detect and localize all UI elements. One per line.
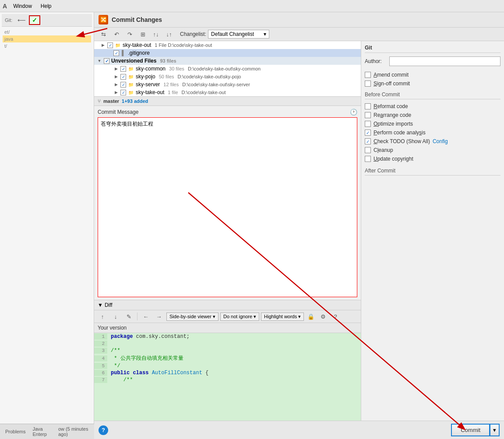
diff-next-btn[interactable]: → (153, 312, 165, 321)
line-num-5: 5 (94, 363, 107, 369)
checkbox-update-copyright[interactable] (365, 156, 371, 162)
merge-btn[interactable]: ⊞ (137, 29, 148, 39)
viewer-dropdown[interactable]: Side-by-side viewer ▾ (166, 313, 219, 321)
code-line-6: 6 public class AutoFillConstant { (94, 369, 361, 376)
path-sky-pojo: D:\code\sky-take-out\sky-pojo (178, 74, 241, 79)
diff-edit-btn[interactable]: ✎ (123, 312, 134, 321)
code-content-3: /** (107, 348, 120, 354)
checkbox-rearrange[interactable] (365, 112, 371, 118)
checkbox-sky-server[interactable] (120, 82, 126, 88)
changelist-label: Changelist: (180, 31, 206, 37)
after-commit-label: After Commit (365, 168, 500, 176)
path-item-2: java (3, 35, 91, 42)
menu-window[interactable]: Window (11, 2, 35, 10)
help-button[interactable]: ? (99, 425, 108, 435)
collapse-arrow-sky-server[interactable]: ▶ (113, 82, 119, 87)
app-small-icon: A (3, 3, 7, 10)
highlight-dropdown[interactable]: Highlight words ▾ (261, 313, 304, 321)
file-item-gitignore[interactable]: ▌ .gitignore (94, 49, 361, 57)
checkbox-sky-take-out-child[interactable] (120, 90, 126, 95)
git-label: Git: (3, 17, 14, 24)
before-commit-label: Before Commit (365, 91, 500, 99)
file-item-sky-common[interactable]: ▶ 📁 sky-common 30 files D:\code\sky-take… (94, 65, 361, 73)
file-item-unversioned[interactable]: ▼ Unversioned Files 93 files (94, 57, 361, 65)
checkbox-perform[interactable] (365, 130, 371, 136)
left-panel-content: et/ java t/ (2, 27, 92, 51)
diff-help-btn[interactable]: ? (330, 312, 341, 321)
code-content-1: package com.sky.constant; (107, 334, 190, 340)
option-text-update-copyright: Update copyright (374, 156, 413, 162)
bottom-bar: Problems Java Enterp ow (5 minutes ago) (0, 424, 94, 439)
problems-tab[interactable]: Problems (4, 428, 27, 435)
help-icon: ? (102, 427, 105, 433)
collapse-arrow-sky-common[interactable]: ▶ (113, 66, 119, 71)
checkbox-gitignore[interactable] (113, 50, 119, 56)
settings-btn[interactable]: ⚙ (318, 312, 328, 321)
checkbox-reformat[interactable] (365, 103, 371, 109)
collapse-arrow-1[interactable]: ▶ (100, 42, 106, 48)
line-num-6: 6 (94, 370, 107, 376)
java-tab[interactable]: Java Enterp (31, 425, 54, 438)
code-line-4: 4 * 公共字段自动填充相关常量 (94, 354, 361, 362)
checkbox-sky-pojo[interactable] (120, 74, 126, 80)
clock-icon[interactable]: 🕐 (350, 109, 357, 116)
file-item-sky-take-out-root[interactable]: ▶ 📁 sky-take-out 1 File D:\code\sky-take… (94, 41, 361, 49)
checkbox-sky-take-out-root[interactable] (107, 42, 113, 48)
update-btn[interactable]: ⟵ (16, 15, 27, 25)
commit-dropdown-button[interactable]: ▾ (490, 424, 500, 436)
redo-btn[interactable]: ↷ (124, 29, 135, 39)
line-num-4: 4 (94, 355, 107, 362)
expand-btn[interactable]: ↑↓ (150, 29, 162, 39)
commit-message-label: Commit Message (98, 109, 138, 115)
checkbox-sky-common[interactable] (120, 66, 126, 72)
undo-btn[interactable]: ↶ (111, 29, 122, 39)
file-item-sky-take-out-child[interactable]: ▶ 📁 sky-take-out 1 file D:\code\sky-take… (94, 88, 361, 96)
commit-message-textarea[interactable]: 苍穹外卖项目初始工程 (98, 117, 357, 297)
diff-down-btn[interactable]: ↓ (110, 312, 121, 321)
path-item-1: et/ (3, 28, 91, 35)
file-name-sky-common: sky-common (136, 66, 166, 72)
lock-btn[interactable]: 🔒 (306, 312, 316, 321)
checkbox-optimize[interactable] (365, 121, 371, 127)
option-update-copyright: Update copyright (365, 155, 500, 163)
dialog-body: ▶ 📁 sky-take-out 1 File D:\code\sky-take… (94, 41, 504, 421)
path-sky-common: D:\code\sky-take-out\sky-common (188, 66, 261, 71)
file-item-sky-server[interactable]: ▶ 📁 sky-server 12 files D:\code\sky-take… (94, 81, 361, 88)
diff-header[interactable]: ▼ Diff (94, 300, 361, 310)
sep-1 (137, 313, 137, 320)
main-content: Git: ⟵ ✓ et/ java t/ Problems Java Enter… (0, 12, 504, 439)
collapse-arrow-unversioned[interactable]: ▼ (97, 58, 102, 63)
code-content-7: /** (107, 377, 133, 383)
author-input[interactable] (389, 56, 500, 66)
collapse-arrow-sky-take-out-child[interactable]: ▶ (113, 90, 119, 95)
changelist-value: Default Changelist (211, 31, 254, 37)
collapse-arrow-sky-pojo[interactable]: ▶ (113, 74, 119, 79)
ignore-dropdown[interactable]: Do not ignore ▾ (220, 313, 259, 321)
file-name-sky-pojo: sky-pojo (136, 74, 155, 80)
checkbox-signoff[interactable] (365, 81, 371, 87)
diff-up-btn[interactable]: ↑ (97, 312, 108, 321)
diff-prev-btn[interactable]: ← (140, 312, 152, 321)
menu-left: A Window Help (3, 2, 54, 10)
commit-button[interactable]: Commit (451, 424, 490, 436)
config-link[interactable]: Config (433, 138, 448, 144)
code-content-5: */ (107, 363, 120, 369)
file-item-sky-pojo[interactable]: ▶ 📁 sky-pojo 50 files D:\code\sky-take-o… (94, 73, 361, 81)
folder-icon-1: 📁 (115, 42, 121, 48)
file-name-sky-take-out-child: sky-take-out (136, 89, 164, 95)
checkbox-amend[interactable] (365, 72, 371, 78)
ignore-arrow-icon: ▾ (254, 314, 256, 320)
path-item-3: t/ (3, 42, 91, 49)
path-sky-server: D:\code\sky-take-out\sky-server (182, 82, 250, 87)
changelist-dropdown[interactable]: Default Changelist ▾ (208, 30, 269, 39)
collapse-btn[interactable]: ↓↑ (163, 29, 175, 39)
checkbox-unversioned[interactable] (104, 58, 109, 64)
checkbox-cleanup[interactable] (365, 147, 371, 153)
commit-btn-toolbar[interactable]: ✓ (29, 15, 40, 25)
checkbox-check-todo[interactable] (365, 138, 371, 144)
menu-help[interactable]: Help (38, 2, 54, 10)
option-optimize: Optimize imports (365, 119, 500, 128)
diff-label: Diff (105, 302, 113, 308)
move-icon[interactable]: ⇆ (98, 29, 109, 39)
option-text-amend: Amend commit (374, 72, 409, 78)
